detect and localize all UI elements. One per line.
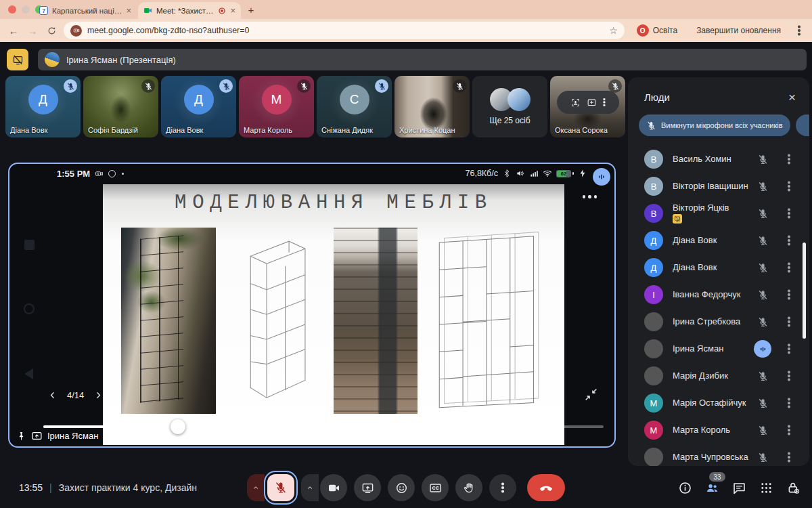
reload-button[interactable] [45,26,58,36]
participant-menu-button[interactable] [784,456,794,459]
video-tile[interactable]: Д Ще 25 осіб Діана Вовк [161,76,236,137]
browser-menu-button[interactable] [793,24,805,37]
add-to-main-screen-icon[interactable] [587,98,597,108]
android-recents-key [24,240,35,250]
battery-level: 62 [556,170,571,177]
minimize-window-button[interactable] [22,5,30,14]
add-people-button[interactable] [796,114,809,136]
mic-toggle-button[interactable] [267,474,294,501]
camera-toggle-button[interactable] [320,474,347,501]
participant-avatar: М [644,394,663,412]
forward-button[interactable]: → [26,25,39,37]
chat-button[interactable] [729,478,748,497]
participant-avatar [644,339,663,358]
participant-menu-button[interactable] [784,320,794,323]
participant-menu-button[interactable] [784,375,794,377]
reactions-button[interactable] [388,474,415,501]
participant-row[interactable]: М Марта Король [628,417,809,444]
meet-app: Ірина Ясман (Презентація) Д Ще 25 осіб Д… [0,42,812,508]
participant-row[interactable]: В Вікторія Яцків [628,200,809,227]
presentation-paused-button[interactable] [7,49,28,70]
participant-menu-button[interactable] [784,185,794,188]
participant-name: Ірина Стребкова [673,317,754,327]
participant-avatar [644,366,663,385]
exit-fullscreen-button[interactable] [584,387,598,402]
participant-menu-button[interactable] [784,239,794,242]
participant-menu-button[interactable] [784,402,794,404]
participant-menu-button[interactable] [784,266,794,269]
more-options-button[interactable] [489,474,516,501]
video-tile[interactable]: Ще 25 осіб Христина Коцан [394,76,470,137]
presenter-banner-label: Ірина Ясман (Презентація) [66,55,176,65]
participant-row[interactable]: В Вікторія Іващишин [628,173,809,200]
new-tab-button[interactable]: + [245,3,257,16]
address-bar[interactable]: meet.google.com/bkg-zdto-nso?authuser=0 … [64,22,625,39]
participant-row[interactable]: Марія Дзибик [628,362,809,389]
end-call-button[interactable] [527,474,565,501]
speaker-icon [516,169,525,178]
video-tile[interactable]: Ще 25 осіб Софія Бардзій [83,76,158,137]
slide-navigation: 4/14 [47,390,104,400]
video-tile[interactable]: М Ще 25 осіб Марта Король [239,76,314,137]
participant-menu-button[interactable] [784,429,794,431]
pin-participant-icon[interactable] [570,98,581,108]
video-tile[interactable]: Ще 25 осіб [472,76,547,137]
participant-row[interactable]: Ірина Стребкова [628,308,809,335]
camera-options-button[interactable] [301,474,319,501]
present-screen-button[interactable] [354,474,381,501]
slide-image-photo-room-bookshelf [334,228,418,414]
close-panel-button[interactable]: × [788,91,796,104]
slide-progress-slider[interactable] [43,425,604,428]
panel-scrollbar[interactable] [803,242,806,339]
participant-menu-button[interactable] [784,293,794,296]
camera-notification-icon [95,169,104,178]
tile-menu-icon[interactable] [603,102,605,104]
participant-menu-button[interactable] [784,212,794,215]
browser-tab-inactive[interactable]: 7 Карпатський національний × [34,2,137,19]
raise-hand-button[interactable] [455,474,482,501]
previous-slide-button[interactable] [47,390,58,400]
close-window-button[interactable] [8,5,16,14]
tab-close-icon[interactable]: × [230,6,235,15]
participant-row[interactable]: Ірина Ясман [628,335,809,362]
mute-all-button[interactable]: Вимкнути мікрофони всіх учасників [639,114,790,136]
participant-avatar [644,448,663,466]
mic-options-button[interactable] [247,474,265,501]
presentation-tile[interactable]: 1:55 PM 76,8Кб/с 62 [8,163,616,448]
profile-chip[interactable]: O Освіта [630,22,684,40]
video-tile[interactable]: С Ще 25 осіб Сніжана Дидяк [317,76,392,137]
tab-close-icon[interactable]: × [126,6,131,15]
next-slide-button[interactable] [93,390,104,400]
slider-thumb[interactable] [171,419,185,434]
bookmark-star-icon[interactable]: ☆ [609,25,618,36]
participant-row[interactable]: Марта Чупровська [628,444,809,466]
participant-row[interactable]: І Іванна Федорчук [628,281,809,308]
participants-list: В Василь Хомин В Вікторія Іващишин В Вік… [628,146,809,466]
panel-actions: Вимкнути мікрофони всіх учасників [639,114,809,136]
mini-avatars [490,88,531,111]
host-controls-button[interactable] [784,478,803,497]
finish-update-button[interactable]: Завершити оновлення [690,22,788,40]
captions-button[interactable] [422,474,449,501]
video-tile[interactable]: Ще 25 осіб Оксана Сорока [550,76,625,137]
slides-menu-icon[interactable] [583,195,597,198]
participant-row[interactable]: М Марія Остафійчук [628,389,809,417]
participant-menu-button[interactable] [784,347,794,350]
participant-row[interactable]: Д Діана Вовк [628,227,809,254]
speaking-indicator [754,340,771,358]
browser-tab-active[interactable]: Meet: *Захист практики × [138,2,241,19]
screen: 7 Карпатський національний × Meet: *Захи… [0,0,812,508]
meeting-details-button[interactable] [675,478,694,497]
participant-menu-button[interactable] [784,158,794,161]
participant-row[interactable]: В Василь Хомин [628,146,809,173]
participant-row[interactable]: Д Діана Вовк [628,254,809,281]
show-people-button[interactable]: 33 [702,478,721,497]
tile-participant-name: Оксана Сорока [555,126,608,134]
activities-button[interactable] [757,478,775,497]
tile-hover-controls[interactable] [557,91,619,114]
more-participants-tile[interactable]: Ще 25 осіб [472,76,547,137]
video-tile[interactable]: Д Ще 25 осіб Діана Вовк [5,76,81,137]
presenter-avatar [45,52,60,67]
presenter-banner: Ірина Ясман (Презентація) [38,49,807,70]
back-button[interactable]: ← [7,25,20,37]
